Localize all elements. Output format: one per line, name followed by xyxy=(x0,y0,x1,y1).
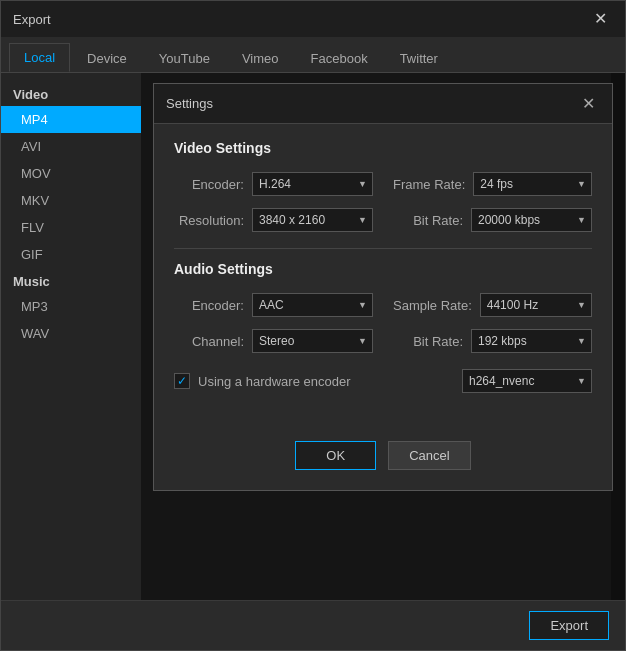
video-encoder-select[interactable]: H.264 H.265 MPEG-4 xyxy=(252,172,373,196)
hardware-encoder-checkbox-label[interactable]: ✓ Using a hardware encoder xyxy=(174,373,350,389)
main-area: Settings ✕ Video Settings Encoder: xyxy=(141,73,625,600)
sidebar-item-mkv[interactable]: MKV xyxy=(1,187,141,214)
export-window: Export ✕ Local Device YouTube Vimeo Face… xyxy=(0,0,626,651)
sidebar-item-gif[interactable]: GIF xyxy=(1,241,141,268)
sample-rate-label: Sample Rate: xyxy=(393,298,472,313)
settings-modal: Settings ✕ Video Settings Encoder: xyxy=(153,83,613,491)
modal-title: Settings xyxy=(166,96,213,111)
sidebar-item-mp4[interactable]: MP4 xyxy=(1,106,141,133)
audio-encoder-select-wrapper: AAC MP3 xyxy=(252,293,373,317)
modal-overlay: Settings ✕ Video Settings Encoder: xyxy=(141,73,625,600)
frame-rate-select[interactable]: 24 fps 25 fps 30 fps 60 fps xyxy=(473,172,592,196)
audio-bit-rate-row: Bit Rate: 192 kbps 128 kbps 256 kbps xyxy=(393,329,592,353)
frame-rate-select-wrapper: 24 fps 25 fps 30 fps 60 fps xyxy=(473,172,592,196)
channel-select[interactable]: Stereo Mono xyxy=(252,329,373,353)
video-settings-title: Video Settings xyxy=(174,140,592,156)
channel-select-wrapper: Stereo Mono xyxy=(252,329,373,353)
video-encoder-label: Encoder: xyxy=(174,177,244,192)
tab-youtube[interactable]: YouTube xyxy=(144,44,225,72)
tab-vimeo[interactable]: Vimeo xyxy=(227,44,294,72)
audio-bit-rate-select-wrapper: 192 kbps 128 kbps 256 kbps xyxy=(471,329,592,353)
video-bit-rate-select-wrapper: 20000 kbps 10000 kbps 5000 kbps xyxy=(471,208,592,232)
sample-rate-select-wrapper: 44100 Hz 22050 Hz 48000 Hz xyxy=(480,293,592,317)
cancel-button[interactable]: Cancel xyxy=(388,441,470,470)
video-settings-grid: Encoder: H.264 H.265 MPEG-4 xyxy=(174,172,592,232)
modal-footer: OK Cancel xyxy=(154,429,612,490)
audio-settings-title: Audio Settings xyxy=(174,261,592,277)
channel-row: Channel: Stereo Mono xyxy=(174,329,373,353)
resolution-row: Resolution: 3840 x 2160 1920 x 1080 1280… xyxy=(174,208,373,232)
window-close-button[interactable]: ✕ xyxy=(588,9,613,29)
sidebar: Video MP4 AVI MOV MKV FLV GIF Music MP3 … xyxy=(1,73,141,600)
tab-local[interactable]: Local xyxy=(9,43,70,72)
tab-bar: Local Device YouTube Vimeo Facebook Twit… xyxy=(1,37,625,73)
hardware-encoder-label: Using a hardware encoder xyxy=(198,374,350,389)
title-bar: Export ✕ xyxy=(1,1,625,37)
sidebar-item-avi[interactable]: AVI xyxy=(1,133,141,160)
ok-button[interactable]: OK xyxy=(295,441,376,470)
modal-body: Video Settings Encoder: H.264 H.265 MPEG… xyxy=(154,124,612,429)
audio-bit-rate-label: Bit Rate: xyxy=(393,334,463,349)
sample-rate-row: Sample Rate: 44100 Hz 22050 Hz 48000 Hz xyxy=(393,293,592,317)
tab-device[interactable]: Device xyxy=(72,44,142,72)
hardware-encoder-select[interactable]: h264_nvenc h264_amf h264_qsv xyxy=(462,369,592,393)
content-area: Video MP4 AVI MOV MKV FLV GIF Music MP3 … xyxy=(1,73,625,600)
sidebar-item-flv[interactable]: FLV xyxy=(1,214,141,241)
frame-rate-label: Frame Rate: xyxy=(393,177,465,192)
resolution-label: Resolution: xyxy=(174,213,244,228)
audio-settings-grid: Encoder: AAC MP3 Sample Ra xyxy=(174,293,592,353)
tab-twitter[interactable]: Twitter xyxy=(385,44,453,72)
sidebar-group-music: Music xyxy=(1,268,141,293)
hardware-encoder-row: ✓ Using a hardware encoder h264_nvenc h2… xyxy=(174,369,592,393)
hardware-encoder-select-wrapper: h264_nvenc h264_amf h264_qsv xyxy=(462,369,592,393)
audio-bit-rate-select[interactable]: 192 kbps 128 kbps 256 kbps xyxy=(471,329,592,353)
audio-encoder-select[interactable]: AAC MP3 xyxy=(252,293,373,317)
checkbox-check-icon: ✓ xyxy=(177,375,187,387)
audio-encoder-row: Encoder: AAC MP3 xyxy=(174,293,373,317)
modal-header: Settings ✕ xyxy=(154,84,612,124)
modal-close-button[interactable]: ✕ xyxy=(577,92,600,115)
resolution-select-wrapper: 3840 x 2160 1920 x 1080 1280 x 720 xyxy=(252,208,373,232)
export-button[interactable]: Export xyxy=(529,611,609,640)
resolution-select[interactable]: 3840 x 2160 1920 x 1080 1280 x 720 xyxy=(252,208,373,232)
channel-label: Channel: xyxy=(174,334,244,349)
video-bit-rate-label: Bit Rate: xyxy=(393,213,463,228)
window-title: Export xyxy=(13,12,51,27)
sidebar-item-mov[interactable]: MOV xyxy=(1,160,141,187)
hardware-encoder-checkbox[interactable]: ✓ xyxy=(174,373,190,389)
sample-rate-select[interactable]: 44100 Hz 22050 Hz 48000 Hz xyxy=(480,293,592,317)
frame-rate-row: Frame Rate: 24 fps 25 fps 30 fps 60 fps xyxy=(393,172,592,196)
export-footer: Export xyxy=(1,600,625,650)
video-bit-rate-row: Bit Rate: 20000 kbps 10000 kbps 5000 kbp… xyxy=(393,208,592,232)
video-bit-rate-select[interactable]: 20000 kbps 10000 kbps 5000 kbps xyxy=(471,208,592,232)
sidebar-item-mp3[interactable]: MP3 xyxy=(1,293,141,320)
settings-divider xyxy=(174,248,592,249)
tab-facebook[interactable]: Facebook xyxy=(296,44,383,72)
video-encoder-select-wrapper: H.264 H.265 MPEG-4 xyxy=(252,172,373,196)
sidebar-item-wav[interactable]: WAV xyxy=(1,320,141,347)
audio-encoder-label: Encoder: xyxy=(174,298,244,313)
video-encoder-row: Encoder: H.264 H.265 MPEG-4 xyxy=(174,172,373,196)
sidebar-group-video: Video xyxy=(1,81,141,106)
